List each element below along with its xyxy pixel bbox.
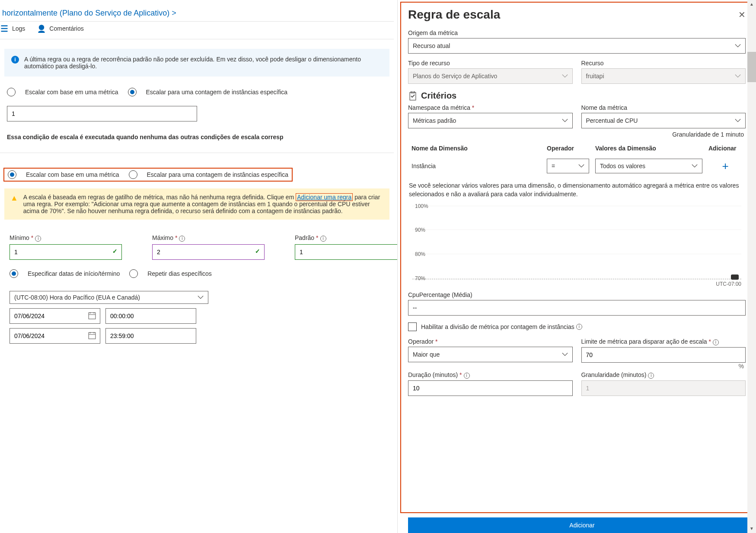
warning-banner: ▲ A escala é baseada em regras de gatilh… xyxy=(4,188,389,220)
percent-unit: % xyxy=(581,363,746,370)
comments-tab[interactable]: Comentários xyxy=(37,24,83,33)
min-input[interactable] xyxy=(10,244,122,260)
toolbar: Logs Comentários xyxy=(0,21,394,39)
info-icon-max[interactable]: i xyxy=(179,236,185,242)
operator-select[interactable]: Maior que xyxy=(408,347,573,362)
radio-repeat-label: Repetir dias específicos xyxy=(147,270,212,277)
comments-icon xyxy=(37,24,46,33)
info-banner: i A última regra ou a regra de recorrênc… xyxy=(4,49,389,77)
dimension-op-select[interactable]: = xyxy=(547,159,589,173)
metric-name-label: Nome da métrica xyxy=(581,104,746,113)
radio-metric-2[interactable] xyxy=(8,170,16,179)
end-date-input[interactable] xyxy=(10,328,100,344)
default-input[interactable] xyxy=(295,244,397,260)
scroll-thumb[interactable] xyxy=(747,52,756,82)
resource-label: Recurso xyxy=(581,60,746,68)
dimension-name: Instância xyxy=(409,156,543,176)
info-icon: i xyxy=(11,56,19,64)
info-icon-duration[interactable]: i xyxy=(464,373,470,379)
y-tick-80: 80% xyxy=(415,251,425,257)
radio-count-2-label: Escalar para uma contagem de instâncias … xyxy=(147,171,289,178)
add-button[interactable]: Adicionar xyxy=(408,517,756,533)
schedule-mode: Especificar datas de início/término Repe… xyxy=(0,260,394,278)
timezone-select[interactable]: (UTC-08:00) Hora do Pacífico (EUA e Cana… xyxy=(10,291,208,304)
condition-msg: Essa condição de escala é executada quan… xyxy=(3,134,394,140)
chevron-down-icon xyxy=(562,73,568,79)
breadcrumb[interactable]: alar horizontalmente (Plano do Serviço d… xyxy=(0,9,394,18)
y-tick-90: 90% xyxy=(415,227,425,233)
radio-metric-2-label: Escalar com base em uma métrica xyxy=(26,171,119,178)
dim-header-vals: Valores da Dimensão xyxy=(593,141,705,155)
criteria-heading: Critérios xyxy=(408,91,746,101)
metric-name-select[interactable]: Percentual de CPU xyxy=(581,113,746,128)
radio-metric-1[interactable] xyxy=(7,88,16,96)
metric-namespace-select[interactable]: Métricas padrão xyxy=(408,113,573,128)
resource-type-label: Tipo de recurso xyxy=(408,60,573,68)
threshold-input[interactable] xyxy=(581,347,746,363)
chevron-down-icon xyxy=(562,118,568,124)
close-icon[interactable]: ✕ xyxy=(738,10,746,20)
radio-repeat-days[interactable] xyxy=(129,269,138,278)
add-dimension-button[interactable]: + xyxy=(708,160,742,173)
start-date-input[interactable] xyxy=(10,308,100,324)
radio-specific-dates[interactable] xyxy=(10,269,18,278)
warning-icon: ▲ xyxy=(10,194,18,214)
chart-tz: UTC-07:00 xyxy=(408,281,746,287)
chevron-down-icon xyxy=(562,351,568,357)
radio-specific-label: Especificar datas de início/término xyxy=(28,270,120,277)
calendar-icon[interactable] xyxy=(88,312,96,319)
chevron-down-icon xyxy=(735,43,741,49)
resource-select: fruitapi xyxy=(581,68,746,84)
granularity-label: Granularidade (minutos) xyxy=(581,371,647,378)
instance-limits: Mínimo *i Máximo *i Padrão *i xyxy=(0,227,394,260)
scroll-down-arrow[interactable]: ▼ xyxy=(747,524,756,533)
split-label: Habilitar a divisão de métrica por conta… xyxy=(421,323,574,330)
scroll-up-arrow[interactable]: ▲ xyxy=(747,0,756,9)
dim-header-add: Adicionar xyxy=(706,141,745,155)
radio-metric-1-label: Escalar com base em uma métrica xyxy=(25,89,118,96)
svg-rect-0 xyxy=(89,313,96,319)
radio-count-1-label: Escalar para uma contagem de instâncias … xyxy=(146,89,288,96)
min-label: Mínimo xyxy=(10,234,29,241)
instance-count-input[interactable] xyxy=(7,106,197,121)
chevron-down-icon xyxy=(692,163,698,169)
metric-namespace-label: Namespace da métrica xyxy=(408,104,470,111)
logs-tab[interactable]: Logs xyxy=(0,24,25,33)
radio-count-2[interactable] xyxy=(129,170,137,179)
aggregation-note: Se você selecionar vários valores para u… xyxy=(408,177,746,206)
cpu-percentage-label: CpuPercentage (Média) xyxy=(408,291,746,300)
max-label: Máximo xyxy=(152,234,173,241)
info-icon-default[interactable]: i xyxy=(320,236,326,242)
dimensions-table: Nome da Dimensão Operador Valores da Dim… xyxy=(408,140,746,177)
panel-title: Regra de escala xyxy=(408,8,500,22)
chevron-down-icon xyxy=(735,73,741,79)
max-input[interactable] xyxy=(152,244,265,260)
duration-input[interactable] xyxy=(408,380,573,396)
add-rule-link[interactable]: Adicionar uma regra xyxy=(296,193,353,201)
dim-header-op: Operador xyxy=(544,141,592,155)
info-icon-min[interactable]: i xyxy=(35,236,41,242)
y-tick-70: 70% xyxy=(415,275,425,281)
metric-source-select[interactable]: Recurso atual xyxy=(408,38,746,54)
cpu-percentage-value xyxy=(408,300,746,316)
metric-chart: 100% 90% 80% 70% xyxy=(412,206,741,279)
calendar-icon[interactable] xyxy=(88,332,96,339)
info-icon-granularity[interactable]: i xyxy=(648,373,654,379)
clipboard-check-icon xyxy=(408,91,418,101)
resource-type-select: Planos do Serviço de Aplicativo xyxy=(408,68,573,84)
dimension-row: Instância = Todos os valores + xyxy=(409,156,745,176)
scrollbar[interactable]: ▲ ▼ xyxy=(747,0,756,533)
dim-header-name: Nome da Dimensão xyxy=(409,141,543,155)
chevron-down-icon xyxy=(198,294,204,300)
chevron-down-icon xyxy=(578,163,584,169)
dimension-values-select[interactable]: Todos os valores xyxy=(595,159,702,173)
split-checkbox[interactable] xyxy=(408,322,417,331)
start-time-input[interactable] xyxy=(105,308,196,324)
end-time-input[interactable] xyxy=(105,328,196,344)
info-icon-split[interactable]: i xyxy=(576,324,582,330)
info-icon-threshold[interactable]: i xyxy=(713,339,719,345)
radio-count-1[interactable] xyxy=(128,88,137,96)
granularity-note: Granularidade de 1 minuto xyxy=(408,128,746,138)
duration-label: Duração (minutos) xyxy=(408,371,458,378)
y-tick-100: 100% xyxy=(415,203,428,209)
